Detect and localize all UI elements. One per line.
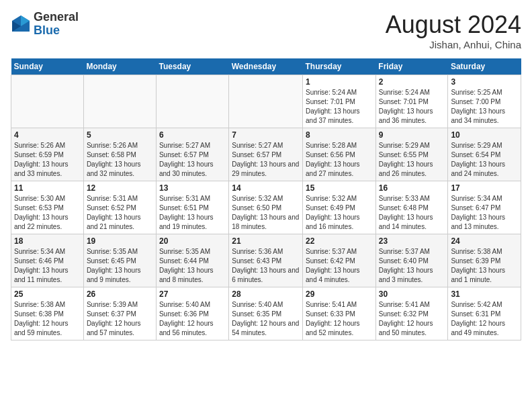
day-number: 12 xyxy=(87,183,153,193)
day-number: 20 xyxy=(159,236,226,246)
weekday-header-tuesday: Tuesday xyxy=(156,58,228,75)
calendar-cell: 26Sunrise: 5:39 AM Sunset: 6:37 PM Dayli… xyxy=(83,287,156,340)
day-number: 23 xyxy=(379,236,445,246)
day-info: Sunrise: 5:29 AM Sunset: 6:55 PM Dayligh… xyxy=(379,141,445,179)
calendar-cell: 18Sunrise: 5:34 AM Sunset: 6:46 PM Dayli… xyxy=(11,234,84,287)
day-number: 18 xyxy=(14,236,81,246)
calendar-cell: 31Sunrise: 5:42 AM Sunset: 6:31 PM Dayli… xyxy=(448,287,521,340)
day-number: 22 xyxy=(306,236,373,246)
calendar-cell: 4Sunrise: 5:26 AM Sunset: 6:59 PM Daylig… xyxy=(11,128,84,181)
day-info: Sunrise: 5:27 AM Sunset: 6:57 PM Dayligh… xyxy=(232,141,300,179)
calendar-cell: 5Sunrise: 5:26 AM Sunset: 6:58 PM Daylig… xyxy=(83,128,156,181)
day-info: Sunrise: 5:27 AM Sunset: 6:57 PM Dayligh… xyxy=(159,141,226,179)
day-number: 1 xyxy=(306,77,373,87)
calendar-cell: 15Sunrise: 5:32 AM Sunset: 6:49 PM Dayli… xyxy=(303,181,376,234)
day-number: 17 xyxy=(451,183,518,193)
week-row-3: 11Sunrise: 5:30 AM Sunset: 6:53 PM Dayli… xyxy=(11,181,521,234)
day-info: Sunrise: 5:35 AM Sunset: 6:45 PM Dayligh… xyxy=(87,247,153,285)
day-info: Sunrise: 5:33 AM Sunset: 6:48 PM Dayligh… xyxy=(379,194,445,232)
calendar-cell: 10Sunrise: 5:29 AM Sunset: 6:54 PM Dayli… xyxy=(448,128,521,181)
day-number: 25 xyxy=(14,289,81,299)
calendar-cell: 1Sunrise: 5:24 AM Sunset: 7:01 PM Daylig… xyxy=(303,75,376,128)
calendar-cell xyxy=(229,75,303,128)
calendar-cell: 13Sunrise: 5:31 AM Sunset: 6:51 PM Dayli… xyxy=(156,181,228,234)
day-info: Sunrise: 5:25 AM Sunset: 7:00 PM Dayligh… xyxy=(451,88,518,126)
day-info: Sunrise: 5:34 AM Sunset: 6:47 PM Dayligh… xyxy=(451,194,518,232)
day-number: 21 xyxy=(232,236,300,246)
day-info: Sunrise: 5:39 AM Sunset: 6:37 PM Dayligh… xyxy=(87,300,153,338)
day-number: 26 xyxy=(87,289,153,299)
day-info: Sunrise: 5:28 AM Sunset: 6:56 PM Dayligh… xyxy=(306,141,373,179)
day-info: Sunrise: 5:32 AM Sunset: 6:50 PM Dayligh… xyxy=(232,194,300,232)
day-number: 8 xyxy=(306,130,373,140)
day-number: 2 xyxy=(379,77,445,87)
calendar-cell: 8Sunrise: 5:28 AM Sunset: 6:56 PM Daylig… xyxy=(303,128,376,181)
calendar-cell: 30Sunrise: 5:41 AM Sunset: 6:32 PM Dayli… xyxy=(375,287,448,340)
month-year: August 2024 xyxy=(386,11,521,39)
weekday-header-saturday: Saturday xyxy=(448,58,521,75)
calendar-cell: 23Sunrise: 5:37 AM Sunset: 6:40 PM Dayli… xyxy=(375,234,448,287)
day-info: Sunrise: 5:40 AM Sunset: 6:35 PM Dayligh… xyxy=(232,300,300,338)
calendar-cell xyxy=(156,75,228,128)
day-info: Sunrise: 5:37 AM Sunset: 6:40 PM Dayligh… xyxy=(379,247,445,285)
week-row-1: 1Sunrise: 5:24 AM Sunset: 7:01 PM Daylig… xyxy=(11,75,521,128)
logo-general: General xyxy=(34,11,79,24)
calendar-cell: 9Sunrise: 5:29 AM Sunset: 6:55 PM Daylig… xyxy=(375,128,448,181)
day-info: Sunrise: 5:42 AM Sunset: 6:31 PM Dayligh… xyxy=(451,300,518,338)
day-info: Sunrise: 5:26 AM Sunset: 6:59 PM Dayligh… xyxy=(14,141,81,179)
day-info: Sunrise: 5:41 AM Sunset: 6:32 PM Dayligh… xyxy=(379,300,445,338)
calendar-cell xyxy=(11,75,84,128)
day-number: 31 xyxy=(451,289,518,299)
day-info: Sunrise: 5:40 AM Sunset: 6:36 PM Dayligh… xyxy=(159,300,226,338)
day-number: 6 xyxy=(159,130,226,140)
weekday-header-friday: Friday xyxy=(375,58,448,75)
calendar-cell: 29Sunrise: 5:41 AM Sunset: 6:33 PM Dayli… xyxy=(303,287,376,340)
day-number: 14 xyxy=(232,183,300,193)
day-number: 5 xyxy=(87,130,153,140)
day-number: 30 xyxy=(379,289,445,299)
calendar-cell: 19Sunrise: 5:35 AM Sunset: 6:45 PM Dayli… xyxy=(83,234,156,287)
location: Jishan, Anhui, China xyxy=(386,39,521,50)
calendar-cell: 25Sunrise: 5:38 AM Sunset: 6:38 PM Dayli… xyxy=(11,287,84,340)
weekday-header-monday: Monday xyxy=(83,58,156,75)
calendar-cell: 2Sunrise: 5:24 AM Sunset: 7:01 PM Daylig… xyxy=(375,75,448,128)
calendar-cell: 28Sunrise: 5:40 AM Sunset: 6:35 PM Dayli… xyxy=(229,287,303,340)
week-row-4: 18Sunrise: 5:34 AM Sunset: 6:46 PM Dayli… xyxy=(11,234,521,287)
day-number: 19 xyxy=(87,236,153,246)
day-number: 9 xyxy=(379,130,445,140)
day-info: Sunrise: 5:34 AM Sunset: 6:46 PM Dayligh… xyxy=(14,247,81,285)
day-info: Sunrise: 5:41 AM Sunset: 6:33 PM Dayligh… xyxy=(306,300,373,338)
day-info: Sunrise: 5:31 AM Sunset: 6:52 PM Dayligh… xyxy=(87,194,153,232)
calendar-table: SundayMondayTuesdayWednesdayThursdayFrid… xyxy=(11,58,521,340)
day-number: 3 xyxy=(451,77,518,87)
calendar-cell: 7Sunrise: 5:27 AM Sunset: 6:57 PM Daylig… xyxy=(229,128,303,181)
weekday-header-row: SundayMondayTuesdayWednesdayThursdayFrid… xyxy=(11,58,521,75)
logo-blue: Blue xyxy=(34,24,79,38)
weekday-header-sunday: Sunday xyxy=(11,58,84,75)
title-block: August 2024 Jishan, Anhui, China xyxy=(386,11,521,50)
day-info: Sunrise: 5:36 AM Sunset: 6:43 PM Dayligh… xyxy=(232,247,300,285)
day-number: 4 xyxy=(14,130,81,140)
day-number: 15 xyxy=(306,183,373,193)
page-header: General Blue August 2024 Jishan, Anhui, … xyxy=(11,11,521,50)
calendar-cell: 24Sunrise: 5:38 AM Sunset: 6:39 PM Dayli… xyxy=(448,234,521,287)
weekday-header-thursday: Thursday xyxy=(303,58,376,75)
day-number: 24 xyxy=(451,236,518,246)
day-number: 11 xyxy=(14,183,81,193)
calendar-cell: 17Sunrise: 5:34 AM Sunset: 6:47 PM Dayli… xyxy=(448,181,521,234)
day-number: 13 xyxy=(159,183,226,193)
day-number: 7 xyxy=(232,130,300,140)
calendar-cell: 20Sunrise: 5:35 AM Sunset: 6:44 PM Dayli… xyxy=(156,234,228,287)
calendar-cell: 14Sunrise: 5:32 AM Sunset: 6:50 PM Dayli… xyxy=(229,181,303,234)
calendar-cell: 6Sunrise: 5:27 AM Sunset: 6:57 PM Daylig… xyxy=(156,128,228,181)
calendar-cell: 21Sunrise: 5:36 AM Sunset: 6:43 PM Dayli… xyxy=(229,234,303,287)
day-number: 28 xyxy=(232,289,300,299)
calendar-cell: 3Sunrise: 5:25 AM Sunset: 7:00 PM Daylig… xyxy=(448,75,521,128)
day-info: Sunrise: 5:24 AM Sunset: 7:01 PM Dayligh… xyxy=(379,88,445,126)
calendar-cell: 27Sunrise: 5:40 AM Sunset: 6:36 PM Dayli… xyxy=(156,287,228,340)
day-number: 27 xyxy=(159,289,226,299)
logo: General Blue xyxy=(11,11,79,38)
day-number: 10 xyxy=(451,130,518,140)
calendar-cell: 11Sunrise: 5:30 AM Sunset: 6:53 PM Dayli… xyxy=(11,181,84,234)
logo-icon xyxy=(11,14,31,34)
